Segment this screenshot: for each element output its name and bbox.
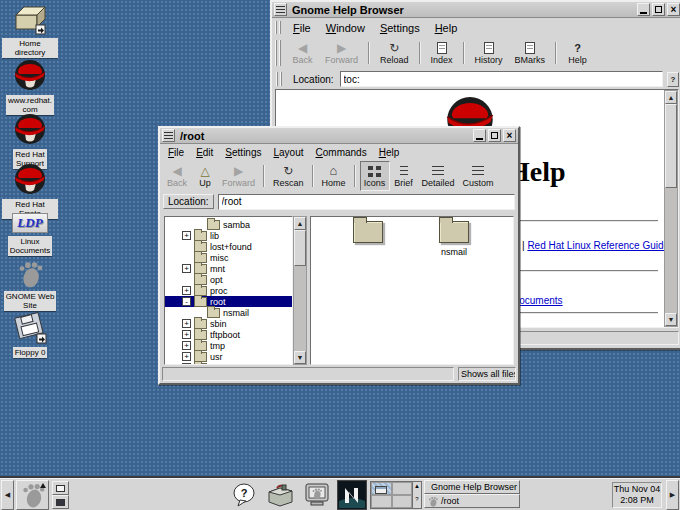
forward-button[interactable]: ▶ Forward — [218, 161, 259, 191]
tree-item[interactable]: lost+found — [165, 241, 292, 252]
task-button[interactable]: Gnome Help Browser — [424, 480, 520, 494]
menu-item[interactable]: Window — [319, 20, 373, 36]
menu-item[interactable]: Settings — [373, 20, 428, 36]
tree-item[interactable]: + sbin — [165, 318, 292, 329]
reload-button[interactable]: ↻ Reload — [374, 38, 415, 68]
bmarks-button[interactable]: BMarks — [509, 38, 552, 68]
tree-expander-icon[interactable]: + — [182, 330, 191, 339]
mini-applet-top-button[interactable] — [52, 481, 69, 495]
home-button[interactable]: ⌂ Home — [318, 161, 350, 191]
main-menu-button[interactable] — [16, 480, 49, 510]
tree-item[interactable]: misc — [165, 252, 292, 263]
tree-item[interactable]: + lib — [165, 230, 292, 241]
up-button[interactable]: △ Up — [192, 161, 218, 191]
scrollbar-track[interactable] — [665, 104, 677, 313]
tree-expander-icon[interactable]: + — [182, 319, 191, 328]
toolbox-launcher[interactable] — [262, 480, 297, 510]
tree-expander-icon[interactable]: + — [182, 231, 191, 240]
menu-item[interactable]: Edit — [190, 146, 219, 159]
menu-item[interactable]: Settings — [219, 146, 267, 159]
file-icon-item[interactable] — [339, 221, 397, 256]
file-icon-item[interactable]: nsmail — [425, 221, 483, 257]
desktop-icon-floppy-0[interactable]: Floppy 0 — [2, 312, 58, 358]
desktop-1-active[interactable] — [371, 482, 392, 495]
desk-guide-arrow-button[interactable]: ▲ — [413, 482, 421, 495]
tree-expander-icon[interactable]: + — [182, 264, 191, 273]
tree-expander-icon[interactable]: + — [182, 363, 191, 365]
back-button[interactable]: ◀ Back — [286, 38, 319, 68]
menu-item[interactable]: Commands — [310, 146, 373, 159]
minimize-button[interactable] — [637, 3, 650, 16]
scrollbar-thumb[interactable] — [294, 230, 306, 266]
maximize-button[interactable] — [652, 3, 665, 16]
tree-item[interactable]: nsmail — [165, 307, 292, 318]
desk-guide-help-button[interactable]: ? — [413, 495, 421, 508]
tree-item[interactable]: + tftpboot — [165, 329, 292, 340]
clock-applet[interactable]: Thu Nov 04 2:08 PM — [612, 482, 662, 508]
task-button[interactable]: /root — [424, 494, 520, 508]
menu-item[interactable]: File — [286, 20, 319, 36]
close-button[interactable]: × — [503, 129, 516, 142]
forward-button[interactable]: ▶ Forward — [319, 38, 364, 68]
rescan-button[interactable]: ↻ Rescan — [269, 161, 308, 191]
tree-item[interactable]: - root — [165, 296, 292, 307]
brief-view-button[interactable]: Brief — [390, 161, 418, 191]
tree-scrollbar[interactable]: ▲ ▼ — [293, 216, 307, 365]
location-grip[interactable] — [276, 72, 284, 86]
menubar-grip[interactable] — [275, 21, 283, 34]
help-vertical-scrollbar[interactable]: ▲ ▼ — [664, 90, 678, 327]
reference-guide-link[interactable]: Red Hat Linux Reference Guide — [527, 240, 664, 251]
index-button[interactable]: Index — [425, 38, 459, 68]
menu-item[interactable]: Help — [373, 146, 406, 159]
desktop-3[interactable] — [371, 495, 392, 508]
desktop-2[interactable] — [392, 482, 413, 495]
panel-hide-right-button[interactable]: ▶ — [666, 480, 679, 510]
desktop-icon-home-directory[interactable]: Home directory — [2, 3, 58, 58]
maximize-button[interactable] — [488, 129, 501, 142]
panel-hide-left-button[interactable]: ◀ — [1, 480, 14, 510]
scroll-up-icon[interactable]: ▲ — [294, 217, 306, 230]
custom-view-button[interactable]: Custom — [459, 161, 498, 191]
minimize-button[interactable] — [473, 129, 486, 142]
help-button[interactable]: ? Help — [561, 38, 594, 68]
terminal-launcher[interactable] — [300, 480, 333, 510]
icons-view-button[interactable]: Icons — [360, 161, 390, 191]
tree-item[interactable]: + usr — [165, 351, 292, 362]
fm-window-titlebar[interactable]: /root × — [160, 128, 518, 144]
desktop-icon-www-redhat-com[interactable]: www.redhat. com — [2, 56, 58, 115]
tree-expander-icon[interactable]: + — [182, 286, 191, 295]
close-button[interactable]: × — [667, 3, 680, 16]
tree-expander-icon[interactable]: + — [182, 341, 191, 350]
desktop-icon-red-hat-errata[interactable]: Red Hat Errata — [2, 160, 58, 219]
desktop-icon-linux-documents[interactable]: LDP Linux Documents — [2, 213, 58, 256]
detailed-view-button[interactable]: Detailed — [418, 161, 459, 191]
desk-guide-applet[interactable]: ▲ ? — [370, 481, 422, 509]
tree-expander-icon[interactable]: + — [182, 352, 191, 361]
menu-item[interactable]: Layout — [268, 146, 310, 159]
tree-item[interactable]: opt — [165, 274, 292, 285]
history-button[interactable]: History — [469, 38, 509, 68]
tree-expander-icon[interactable]: - — [182, 297, 191, 306]
tree-item[interactable]: + var — [165, 362, 292, 365]
tree-item[interactable]: samba — [165, 219, 292, 230]
tree-item[interactable]: + tmp — [165, 340, 292, 351]
location-input[interactable] — [340, 71, 663, 87]
tree-item[interactable]: + proc — [165, 285, 292, 296]
scroll-up-icon[interactable]: ▲ — [665, 91, 677, 104]
toolbar-grip[interactable] — [275, 40, 283, 66]
back-button[interactable]: ◀ Back — [162, 161, 192, 191]
help-launcher[interactable]: ? — [229, 480, 260, 510]
scroll-down-icon[interactable]: ▼ — [665, 313, 677, 326]
file-icon-pane[interactable]: nsmail — [310, 216, 514, 365]
scrollbar-track[interactable] — [294, 230, 306, 351]
location-input[interactable] — [218, 194, 515, 210]
tree-item[interactable]: + mnt — [165, 263, 292, 274]
netscape-launcher[interactable] — [337, 480, 367, 510]
menu-item[interactable]: Help — [428, 20, 466, 36]
mini-applet-bottom-button[interactable] — [52, 495, 69, 509]
window-menu-icon[interactable] — [162, 129, 175, 142]
scroll-down-icon[interactable]: ▼ — [294, 351, 306, 364]
desktop-4[interactable] — [392, 495, 413, 508]
menu-item[interactable]: File — [162, 146, 190, 159]
window-menu-icon[interactable] — [274, 3, 287, 16]
